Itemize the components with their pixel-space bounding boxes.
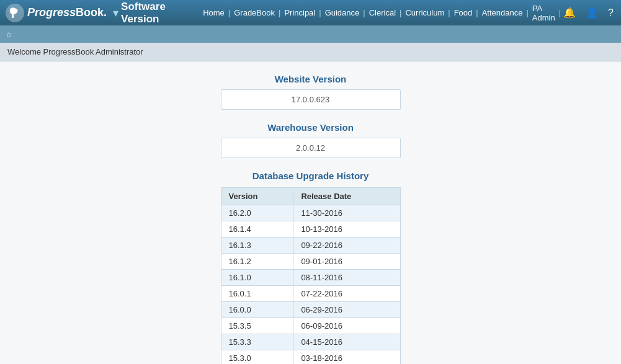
cell-release-date: 10-13-2016 (293, 221, 400, 237)
cell-version: 16.0.0 (221, 302, 293, 318)
cell-version: 15.3.3 (221, 334, 293, 350)
table-row: 16.2.011-30-2016 (221, 205, 400, 221)
table-row: 15.3.506-09-2016 (221, 318, 400, 334)
cell-release-date: 07-22-2016 (293, 286, 400, 302)
nav-divider: ▾ (113, 6, 118, 20)
table-row: 15.3.003-18-2016 (221, 350, 400, 365)
home-breadcrumb-icon[interactable]: ⌂ (6, 29, 11, 39)
welcome-bar: Welcome ProgressBook Administrator (0, 43, 621, 61)
cell-version: 16.1.2 (221, 254, 293, 270)
help-icon[interactable]: ? (605, 6, 616, 20)
main-content: Website Version 17.0.0.623 Warehouse Ver… (0, 61, 621, 364)
logo-icon (5, 3, 25, 23)
table-row: 16.0.107-22-2016 (221, 286, 400, 302)
table-row: 16.0.006-29-2016 (221, 302, 400, 318)
cell-version: 15.3.5 (221, 318, 293, 334)
nav-guidance[interactable]: Guidance (321, 8, 364, 17)
website-version-value: 17.0.0.623 (221, 89, 401, 110)
col-version: Version (221, 188, 293, 205)
table-row: 16.1.008-11-2016 (221, 270, 400, 286)
cell-version: 16.1.0 (221, 270, 293, 286)
cell-release-date: 11-30-2016 (293, 205, 400, 221)
nav-food[interactable]: Food (450, 8, 476, 17)
nav-links: Home | GradeBook | Principal | Guidance … (199, 4, 561, 22)
table-row: 15.3.304-15-2016 (221, 334, 400, 350)
table-row: 16.1.410-13-2016 (221, 221, 400, 237)
top-navigation: ProgressBook. ▾ Software Version Home | … (0, 0, 621, 25)
nav-attendance[interactable]: Attendance (478, 8, 527, 17)
col-release-date: Release Date (293, 188, 400, 205)
website-version-title: Website Version (275, 74, 347, 84)
cell-version: 16.1.3 (221, 237, 293, 254)
cell-release-date: 06-29-2016 (293, 302, 400, 318)
welcome-text: Welcome ProgressBook Administrator (7, 47, 143, 56)
logo-area: ProgressBook. (5, 3, 107, 23)
table-row: 16.1.209-01-2016 (221, 254, 400, 270)
breadcrumb-bar: ⌂ (0, 25, 621, 43)
db-history-tbody: 16.2.011-30-201616.1.410-13-201616.1.309… (221, 205, 400, 365)
nav-icons: 🔔 👤 ? (561, 6, 616, 20)
cell-release-date: 09-01-2016 (293, 254, 400, 270)
nav-pa-admin[interactable]: PA Admin (529, 4, 559, 22)
user-icon[interactable]: 👤 (583, 6, 601, 20)
nav-curriculum[interactable]: Curriculum (401, 8, 448, 17)
cell-version: 15.3.0 (221, 350, 293, 365)
nav-principal[interactable]: Principal (280, 8, 319, 17)
db-history-title: Database Upgrade History (252, 171, 369, 181)
cell-release-date: 09-22-2016 (293, 237, 400, 254)
cell-version: 16.1.4 (221, 221, 293, 237)
db-history-table: Version Release Date 16.2.011-30-201616.… (221, 187, 401, 364)
cell-release-date: 03-18-2016 (293, 350, 400, 365)
cell-release-date: 04-15-2016 (293, 334, 400, 350)
nav-clerical[interactable]: Clerical (365, 8, 400, 17)
nav-home[interactable]: Home (199, 8, 228, 17)
warehouse-version-value: 2.0.0.12 (221, 138, 401, 158)
bell-icon[interactable]: 🔔 (561, 6, 578, 20)
logo-text: ProgressBook. (27, 6, 107, 19)
software-version-title: Software Version (121, 1, 192, 25)
table-row: 16.1.309-22-2016 (221, 237, 400, 254)
warehouse-version-title: Warehouse Version (267, 122, 354, 133)
cell-version: 16.0.1 (221, 286, 293, 302)
cell-release-date: 06-09-2016 (293, 318, 400, 334)
cell-release-date: 08-11-2016 (293, 270, 400, 286)
cell-version: 16.2.0 (221, 205, 293, 221)
nav-gradebook[interactable]: GradeBook (230, 8, 279, 17)
